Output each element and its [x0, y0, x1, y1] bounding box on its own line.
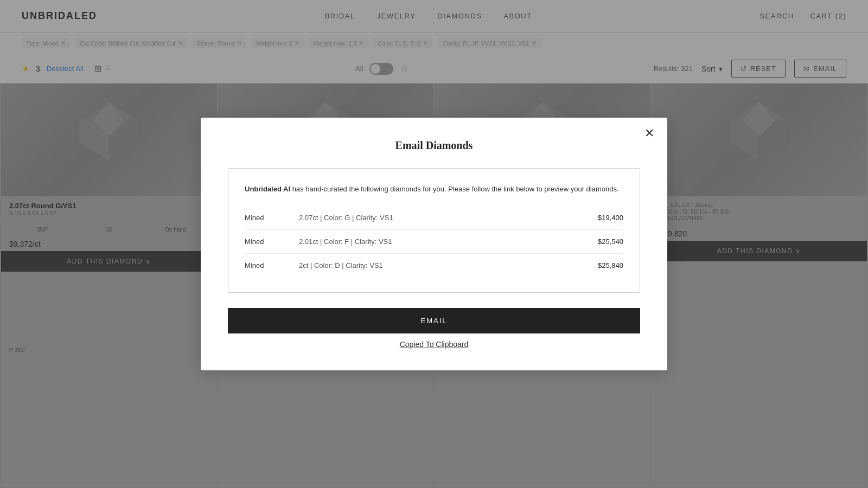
diamond-row-3-details: 2ct | Color: D | Clarity: VS1 — [299, 261, 598, 269]
modal-intro-suffix: has hand-curated the following diamonds … — [290, 185, 619, 193]
diamond-row-3: Mined 2ct | Color: D | Clarity: VS1 $25,… — [245, 253, 623, 277]
diamond-row-2-details: 2.01ct | Color: F | Clarity: VS1 — [299, 237, 598, 246]
modal-close-button[interactable]: ✕ — [644, 127, 654, 139]
diamond-row-2-price: $25,540 — [598, 237, 623, 246]
email-action-button[interactable]: EMAIL — [228, 308, 640, 333]
diamond-row-2: Mined 2.01ct | Color: F | Clarity: VS1 $… — [245, 229, 623, 253]
copied-to-clipboard-text[interactable]: Copied To Clipboard — [228, 340, 640, 349]
diamond-row-3-price: $25,840 — [598, 261, 623, 269]
diamond-row-1-price: $19,400 — [598, 214, 623, 222]
diamond-row-3-type: Mined — [245, 261, 299, 269]
diamond-row-2-type: Mined — [245, 237, 299, 246]
email-modal: Email Diamonds ✕ Unbridaled AI has hand-… — [201, 118, 667, 370]
diamond-row-1: Mined 2.07ct | Color: G | Clarity: VS1 $… — [245, 206, 623, 229]
diamond-row-1-details: 2.07ct | Color: G | Clarity: VS1 — [299, 214, 598, 222]
modal-title: Email Diamonds — [228, 139, 640, 152]
modal-overlay: Email Diamonds ✕ Unbridaled AI has hand-… — [0, 0, 868, 488]
modal-intro-text: Unbridaled AI has hand-curated the follo… — [245, 184, 623, 195]
modal-body: Unbridaled AI has hand-curated the follo… — [228, 168, 640, 293]
diamond-row-1-type: Mined — [245, 214, 299, 222]
modal-brand: Unbridaled AI — [245, 185, 290, 193]
